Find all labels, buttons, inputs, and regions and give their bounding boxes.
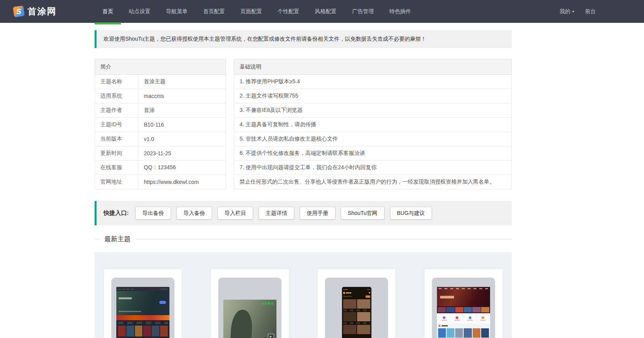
quick-links-label: 快捷入口:	[104, 209, 129, 217]
notes-table-title: 基础说明	[234, 59, 512, 75]
preview-promo-cards	[437, 313, 490, 323]
table-row: 适用系统maccms	[95, 89, 226, 103]
theme-preview-device	[325, 278, 388, 338]
latest-themes-panel: 首涂播放 ▶	[95, 252, 512, 338]
logo-s-glyph: S	[16, 8, 22, 15]
nav-item-ad-management[interactable]: 广告管理	[344, 0, 382, 23]
theme-details-button[interactable]: 主题详情	[259, 207, 294, 220]
table-row: 4. 主题具备可复制性，请勿传播	[234, 118, 512, 132]
table-row: 官网地址https://www.dkewl.com	[95, 175, 226, 189]
shoutu-website-button[interactable]: ShouTu官网	[341, 207, 385, 220]
nav-item-personal-config[interactable]: 个性配置	[270, 0, 307, 23]
theme-card-game-site[interactable]	[424, 269, 503, 338]
table-row: 3. 不兼容IE8及以下浏览器	[234, 103, 512, 118]
nav-item-featured-plugins[interactable]: 特色插件	[382, 0, 419, 23]
note-item: 2. 主题文件读写权限755	[234, 89, 512, 103]
row-label: 官网地址	[95, 175, 138, 189]
row-label: 主题名称	[95, 75, 138, 89]
note-item: 4. 主题具备可复制性，请勿传播	[234, 118, 512, 132]
logo-text: 首涂网	[28, 5, 57, 17]
preview-section-label	[437, 323, 490, 328]
nav-item-nav-menu[interactable]: 导航菜单	[158, 0, 195, 23]
table-row: 在线客服QQ：123456	[95, 161, 226, 175]
import-backup-button[interactable]: 导入备份	[176, 207, 212, 220]
preview-photo-grid	[343, 299, 370, 334]
note-item: 3. 不兼容IE8及以下浏览器	[234, 103, 512, 118]
note-item: 1. 推荐使用PHP版本≥5.4	[234, 75, 512, 89]
website-url: https://www.dkewl.com	[138, 175, 226, 189]
intro-table-title: 简介	[95, 59, 226, 75]
theme-preview-device: 首涂播放 ▶	[218, 278, 281, 338]
row-value: B10-116	[138, 118, 226, 132]
nav-item-page-config[interactable]: 页面配置	[233, 0, 270, 23]
table-header-row: 简介	[95, 59, 226, 75]
theme-card-video-player[interactable]: 首涂播放 ▶	[211, 269, 289, 338]
theme-card-dark-movie-site[interactable]	[104, 269, 182, 338]
logo[interactable]: S 首涂网	[14, 0, 57, 23]
preview-banner	[116, 291, 169, 315]
quick-links-bar: 快捷入口: 导出备份 导入备份 导入栏目 主题详情 使用手册 ShouTu官网 …	[95, 201, 512, 225]
table-row: 主题名称首涂主题	[95, 75, 226, 89]
row-label: 主题作者	[95, 103, 138, 118]
row-value: 首涂主题	[138, 75, 226, 89]
table-row: 主题作者首涂	[95, 103, 226, 118]
nav-item-frontend[interactable]: 前台	[580, 0, 601, 23]
nav-item-site-settings[interactable]: 站点设置	[121, 0, 158, 23]
theme-card-mobile-app[interactable]	[317, 269, 396, 338]
preview-thumb-row	[437, 306, 490, 313]
nav-item-home-config[interactable]: 首页配置	[195, 0, 233, 23]
table-row: 主题ID号B10-116	[95, 118, 226, 132]
note-item: 6. 不提供个性化修改服务，高端定制请联系客服洽谈	[234, 146, 512, 161]
my-dropdown-label: 我的	[559, 8, 570, 15]
row-label: 在线客服	[95, 161, 138, 175]
preview-ad-strip	[116, 315, 169, 320]
nav-item-home[interactable]: 首页	[95, 0, 121, 23]
row-value: maccms	[138, 89, 226, 103]
table-row: 6. 不提供个性化修改服务，高端定制请联系客服洽谈	[234, 146, 512, 161]
preview-thumb-row	[437, 328, 490, 338]
welcome-alert: 欢迎使用ShouTu主题，您已获得授权使用本主题管理系统，在您配置或修改文件前请…	[95, 30, 512, 48]
export-backup-button[interactable]: 导出备份	[135, 207, 171, 220]
preview-app-subheader	[343, 295, 370, 298]
heading-rule	[136, 239, 512, 239]
note-item: 5. 非技术人员请勿私自修改主题核心文件	[234, 132, 512, 146]
preview-poster-row	[116, 324, 169, 336]
theme-preview-dark-movie-site	[116, 287, 169, 338]
admin-page: S 首涂网 首页 站点设置 导航菜单 首页配置 页面配置 个性配置 风格配置 广…	[0, 0, 644, 338]
nav-item-style-config[interactable]: 风格配置	[307, 0, 344, 23]
row-label: 主题ID号	[95, 118, 138, 132]
preview-app-header	[343, 291, 370, 295]
welcome-alert-text: 欢迎使用ShouTu主题，您已获得授权使用本主题管理系统，在您配置或修改文件前请…	[104, 36, 426, 43]
heading-left-dash	[95, 239, 100, 239]
preview-statusbar	[343, 288, 370, 291]
info-tables-row: 简介 主题名称首涂主题 适用系统maccms 主题作者首涂 主题ID号B10-1…	[95, 59, 512, 189]
intro-table: 简介 主题名称首涂主题 适用系统maccms 主题作者首涂 主题ID号B10-1…	[95, 59, 226, 189]
note-item: 7. 使用中出现问题请提交工单，我们会在24小时内回复你	[234, 161, 512, 175]
theme-preview-video-player: 首涂播放 ▶	[223, 300, 276, 338]
table-row: 2. 主题文件读写权限755	[234, 89, 512, 103]
row-label: 当前版本	[95, 132, 138, 146]
latest-themes-title: 最新主题	[104, 235, 131, 244]
latest-themes-heading: 最新主题	[95, 235, 512, 243]
logo-icon: S	[13, 5, 24, 17]
import-columns-button[interactable]: 导入栏目	[218, 207, 253, 220]
bug-suggestion-button[interactable]: BUG与建议	[390, 207, 432, 220]
play-overlay-icon: ▶	[268, 334, 274, 338]
theme-preview-mobile-app	[342, 287, 371, 338]
table-row: 1. 推荐使用PHP版本≥5.4	[234, 75, 512, 89]
row-value: v1.0	[138, 132, 226, 146]
table-row: 当前版本v1.0	[95, 132, 226, 146]
row-value: QQ：123456	[138, 161, 226, 175]
table-row: 禁止任何形式的二次出售、分享他人等侵害作者及正版用户的行为，一经发现取消授权资格…	[234, 175, 512, 189]
preview-navbar	[116, 287, 169, 291]
notes-table: 基础说明 1. 推荐使用PHP版本≥5.4 2. 主题文件读写权限755 3. …	[234, 59, 512, 189]
nav-item-my-dropdown[interactable]: 我的 ▾	[554, 0, 580, 23]
row-value: 首涂	[138, 103, 226, 118]
table-row: 7. 使用中出现问题请提交工单，我们会在24小时内回复你	[234, 161, 512, 175]
preview-banner	[437, 287, 490, 306]
row-label: 更新时间	[95, 146, 138, 161]
table-row: 更新时间2023-11-25	[95, 146, 226, 161]
row-label: 适用系统	[95, 89, 138, 103]
theme-preview-device	[432, 278, 495, 338]
user-manual-button[interactable]: 使用手册	[300, 207, 335, 220]
